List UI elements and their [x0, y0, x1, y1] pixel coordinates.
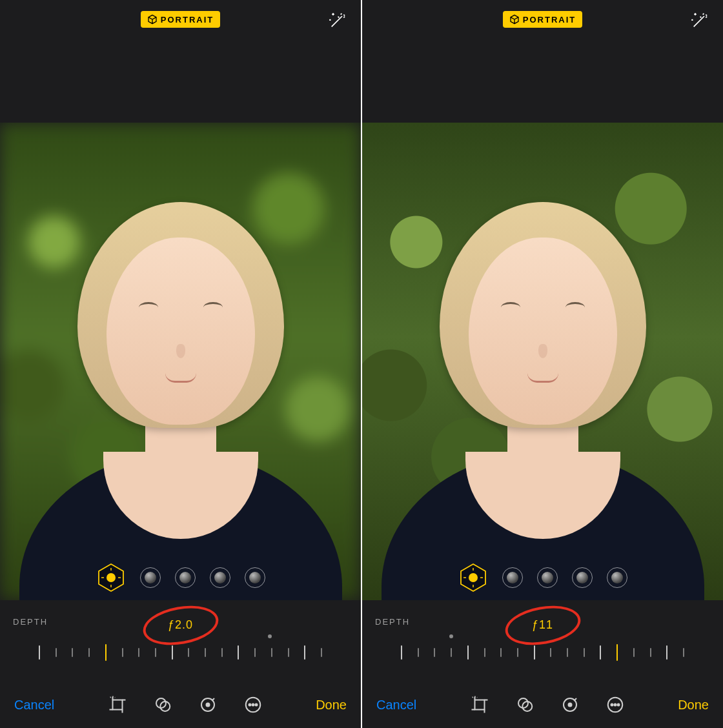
- slider-tick: [517, 648, 518, 657]
- lighting-style-option[interactable]: [572, 567, 593, 588]
- photo-preview[interactable]: [362, 123, 723, 600]
- svg-point-17: [469, 573, 478, 582]
- aperture-value: ƒ2.0: [161, 616, 199, 634]
- ellipsis-circle-icon[interactable]: [243, 695, 263, 714]
- slider-tick: [484, 648, 485, 657]
- magic-wand-icon[interactable]: [691, 12, 709, 30]
- svg-point-30: [614, 704, 616, 706]
- slider-tick: [221, 648, 223, 657]
- slider-tick: [451, 648, 452, 657]
- slider-tick: [467, 645, 469, 660]
- editor-pane-left: PORTRAIT: [0, 0, 361, 728]
- slider-tick: [633, 648, 635, 657]
- svg-point-31: [617, 704, 619, 706]
- slider-tick: [88, 648, 90, 657]
- lighting-style-option[interactable]: [175, 567, 196, 588]
- lighting-style-option[interactable]: [502, 567, 523, 588]
- lighting-style-option[interactable]: [140, 567, 161, 588]
- svg-point-10: [206, 703, 209, 707]
- slider-tick: [188, 648, 189, 657]
- done-button[interactable]: Done: [313, 694, 349, 716]
- top-bar: PORTRAIT: [362, 0, 723, 39]
- slider-tick: [271, 648, 272, 657]
- cancel-button[interactable]: Cancel: [374, 694, 419, 716]
- depth-control: DEPTH ƒ11: [362, 600, 723, 665]
- done-button[interactable]: Done: [675, 694, 711, 716]
- tool-row: [108, 695, 263, 714]
- svg-point-14: [252, 704, 254, 706]
- slider-tick: [72, 648, 73, 657]
- slider-tick: [205, 648, 206, 657]
- depth-slider[interactable]: [375, 640, 710, 665]
- default-indicator-dot: [268, 634, 272, 638]
- svg-point-1: [107, 573, 116, 582]
- slider-tick: [534, 645, 535, 660]
- bottom-toolbar: Cancel Done: [0, 682, 361, 728]
- ellipsis-circle-icon[interactable]: [606, 695, 625, 714]
- lighting-style-option[interactable]: [537, 567, 558, 588]
- svg-rect-22: [474, 700, 484, 710]
- hex-natural-light-icon[interactable]: [96, 563, 126, 592]
- svg-point-13: [249, 704, 250, 706]
- slider-tick: [288, 648, 289, 657]
- adjust-dial-icon[interactable]: [560, 695, 580, 714]
- lighting-style-picker[interactable]: [458, 563, 627, 592]
- magic-wand-icon[interactable]: [329, 12, 347, 30]
- slider-tick: [650, 648, 651, 657]
- portrait-mode-badge[interactable]: PORTRAIT: [141, 11, 220, 28]
- slider-tick: [584, 648, 585, 657]
- slider-tick: [616, 644, 618, 661]
- adjust-dial-icon[interactable]: [198, 695, 218, 714]
- lighting-style-picker[interactable]: [96, 563, 265, 592]
- slider-tick: [567, 648, 568, 657]
- photo-subject: [382, 202, 704, 600]
- aperture-value: ƒ11: [525, 616, 560, 634]
- photo-preview[interactable]: [0, 123, 361, 600]
- bottom-toolbar: Cancel Done: [362, 682, 723, 728]
- slider-tick: [401, 645, 402, 660]
- slider-tick: [550, 648, 551, 657]
- crop-rotate-icon[interactable]: [108, 695, 127, 714]
- portrait-mode-badge[interactable]: PORTRAIT: [503, 11, 582, 28]
- slider-tick: [238, 645, 239, 660]
- slider-tick: [321, 648, 322, 657]
- photo-subject: [19, 202, 342, 600]
- lighting-style-option[interactable]: [245, 567, 265, 588]
- slider-tick: [138, 648, 139, 657]
- mode-label: PORTRAIT: [161, 15, 214, 25]
- filters-circles-icon[interactable]: [515, 695, 535, 714]
- cancel-button[interactable]: Cancel: [12, 694, 57, 716]
- default-indicator-dot: [449, 634, 453, 638]
- filters-circles-icon[interactable]: [153, 695, 172, 714]
- top-bar: PORTRAIT: [0, 0, 361, 39]
- tool-row: [470, 695, 625, 714]
- slider-tick: [39, 645, 40, 660]
- hex-natural-light-icon[interactable]: [458, 563, 488, 592]
- header-space: [362, 39, 723, 123]
- cube-icon: [509, 14, 520, 25]
- cube-icon: [147, 14, 158, 25]
- header-space: [0, 39, 361, 123]
- svg-rect-6: [112, 700, 122, 710]
- slider-tick: [434, 648, 435, 657]
- mode-label: PORTRAIT: [523, 15, 576, 25]
- slider-tick: [172, 645, 173, 660]
- slider-tick: [122, 648, 123, 657]
- slider-tick: [304, 645, 305, 660]
- svg-point-29: [611, 704, 613, 706]
- depth-slider[interactable]: [13, 640, 348, 665]
- slider-tick: [155, 648, 156, 657]
- svg-point-26: [568, 703, 571, 707]
- slider-tick: [500, 648, 502, 657]
- depth-control: DEPTH ƒ2.0: [0, 600, 361, 665]
- crop-rotate-icon[interactable]: [470, 695, 489, 714]
- lighting-style-option[interactable]: [210, 567, 230, 588]
- editor-pane-right: PORTRAIT: [362, 0, 723, 728]
- slider-tick: [254, 648, 256, 657]
- slider-tick: [418, 648, 419, 657]
- svg-line-27: [574, 698, 576, 701]
- lighting-style-option[interactable]: [607, 567, 627, 588]
- slider-tick: [666, 645, 667, 660]
- svg-line-11: [212, 698, 214, 701]
- slider-tick: [683, 648, 684, 657]
